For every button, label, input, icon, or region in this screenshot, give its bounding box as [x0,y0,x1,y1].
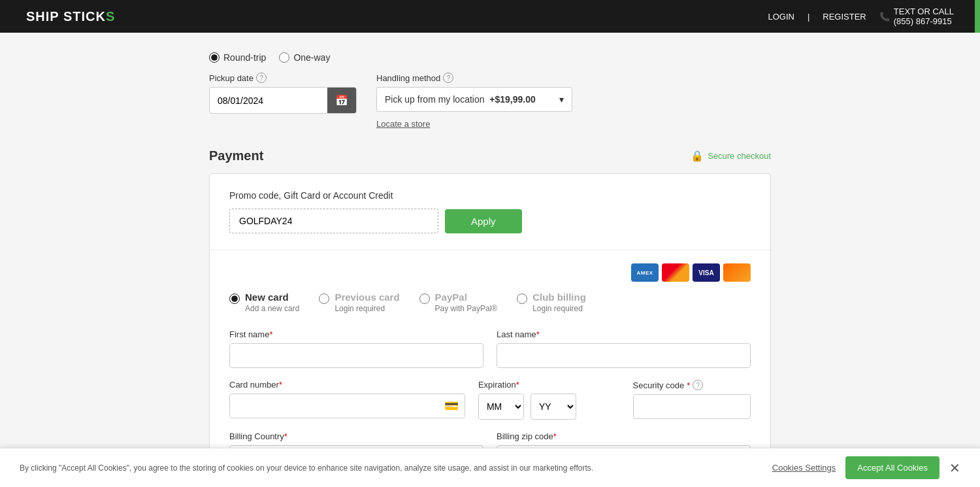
accept-cookies-button[interactable]: Accept All Cookies [845,456,939,479]
paypal-sub: Pay with PayPal® [435,304,498,313]
phone-number: (855) 867-9915 [894,16,954,26]
club-billing-radio[interactable] [517,294,527,304]
promo-input-row: GOLFDAY24 Apply [229,209,751,233]
club-billing-name: Club billing [532,292,586,303]
payment-card: Promo code, Gift Card or Account Credit … [209,173,771,487]
handling-col: Handling method ? Pick up from my locati… [376,73,572,129]
right-bar [975,0,980,33]
security-help-icon[interactable]: ? [693,380,703,390]
calendar-button[interactable]: 📅 [327,88,356,113]
card-number-wrapper: 💳 [229,394,465,418]
pickup-date-col: Pickup date ? 08/01/2024 📅 [209,73,357,114]
new-card-option[interactable]: New card Add a new card [229,292,299,313]
payment-header: Payment 🔒 Secure checkout [209,148,771,163]
pickup-date-label: Pickup date ? [209,73,357,83]
card-number-input[interactable] [229,394,465,418]
promo-section: Promo code, Gift Card or Account Credit … [210,174,770,250]
expiry-month-select[interactable]: MM [478,394,524,420]
handling-price: +$19,99.00 [489,94,535,105]
card-number-label: Card number* [229,380,465,390]
payment-methods-top: AMEX VISA [229,263,751,282]
amex-icon: AMEX [631,263,659,282]
last-name-label: Last name* [497,329,751,339]
main-content: Round-trip One-way Pickup date ? 08/01/2… [196,33,784,487]
one-way-radio[interactable] [279,52,289,63]
paypal-name: PayPal [435,292,498,303]
first-name-input[interactable] [229,343,483,368]
previous-card-name: Previous card [335,292,399,303]
secure-checkout-label: Secure checkout [708,151,771,161]
payment-options: New card Add a new card Previous card Lo… [229,292,751,313]
one-way-option[interactable]: One-way [279,52,330,63]
header-nav: LOGIN | REGISTER 📞 TEXT OR CALL (855) 86… [768,7,954,26]
cookie-close-button[interactable]: ✕ [949,462,960,475]
discover-icon [723,263,751,282]
last-name-input[interactable] [497,343,751,368]
club-billing-option[interactable]: Club billing Login required [517,292,586,313]
date-input-wrapper: 08/01/2024 📅 [209,87,357,114]
logo-s: S [106,9,115,24]
credit-card-icon: 💳 [444,399,459,413]
expiration-label: Expiration* [478,380,620,390]
promo-input[interactable]: GOLFDAY24 [229,209,438,233]
new-card-radio[interactable] [229,294,240,304]
trip-type: Round-trip One-way [209,52,771,63]
billing-country-label: Billing Country* [229,431,483,441]
promo-label: Promo code, Gift Card or Account Credit [229,190,751,201]
new-card-name: New card [245,292,299,303]
lock-icon: 🔒 [691,150,704,162]
card-row: Card number* 💳 Expiration* [229,380,751,420]
last-name-group: Last name* [497,329,751,368]
cookie-banner: By clicking "Accept All Cookies", you ag… [0,448,980,487]
chevron-down-icon: ▾ [559,94,564,105]
name-row: First name* Last name* [229,329,751,368]
round-trip-label: Round-trip [223,52,266,63]
previous-card-radio[interactable] [319,294,329,304]
billing-zip-label: Billing zip code* [497,431,751,441]
handling-help-icon[interactable]: ? [443,73,453,83]
cookie-actions: Cookies Settings Accept All Cookies ✕ [772,456,960,479]
secure-checkout: 🔒 Secure checkout [691,150,771,162]
expiry-year-select[interactable]: YY [531,394,576,420]
phone-info: 📞 TEXT OR CALL (855) 867-9915 [879,7,954,26]
card-number-group: Card number* 💳 [229,380,465,420]
paypal-option[interactable]: PayPal Pay with PayPal® [419,292,498,313]
first-name-label: First name* [229,329,483,339]
one-way-label: One-way [293,52,330,63]
pickup-date-input[interactable]: 08/01/2024 [210,89,327,112]
mastercard-icon [662,263,689,282]
pickup-row: Pickup date ? 08/01/2024 📅 Handling meth… [209,73,771,129]
club-billing-sub: Login required [532,304,586,313]
phone-icon: 📞 [879,12,890,22]
header: SHIP STICKS LOGIN | REGISTER 📞 TEXT OR C… [0,0,980,33]
apply-button[interactable]: Apply [445,209,522,233]
logo: SHIP STICKS [26,9,115,24]
round-trip-option[interactable]: Round-trip [209,52,266,63]
payment-section: Payment 🔒 Secure checkout Promo code, Gi… [209,148,771,487]
security-code-input[interactable] [633,394,751,419]
cookies-settings-button[interactable]: Cookies Settings [772,463,836,473]
security-code-group: Security code* ? [633,380,751,420]
first-name-group: First name* [229,329,483,368]
security-code-label: Security code* ? [633,380,751,390]
new-card-sub: Add a new card [245,304,299,313]
phone-label: TEXT OR CALL [894,7,954,16]
paypal-radio[interactable] [419,294,430,304]
previous-card-option[interactable]: Previous card Login required [319,292,399,313]
round-trip-radio[interactable] [209,52,220,63]
locate-store-link[interactable]: Locate a store [376,119,572,129]
handling-select[interactable]: Pick up from my location +$19,99.00 ▾ [376,87,572,112]
register-link[interactable]: REGISTER [823,12,866,22]
expiry-row: MM YY [478,394,620,420]
expiration-group: Expiration* MM YY [478,380,620,420]
payment-title: Payment [209,148,263,163]
card-icons: AMEX VISA [631,263,751,282]
login-link[interactable]: LOGIN [768,12,794,22]
handling-label: Handling method ? [376,73,572,83]
previous-card-sub: Login required [335,304,399,313]
pickup-date-help-icon[interactable]: ? [256,73,267,83]
visa-icon: VISA [693,263,720,282]
handling-value: Pick up from my location [385,94,485,105]
cookie-text: By clicking "Accept All Cookies", you ag… [20,463,759,473]
